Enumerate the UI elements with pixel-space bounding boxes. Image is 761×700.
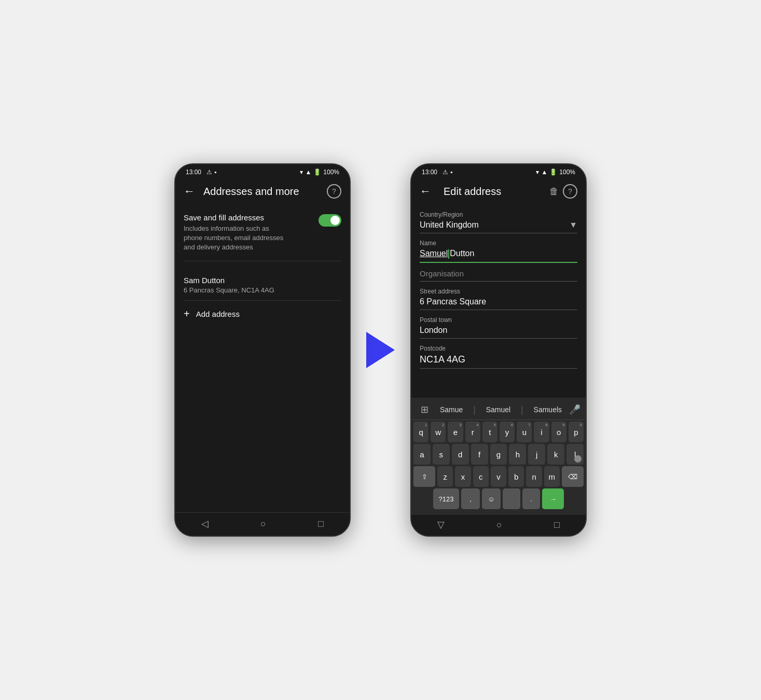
status-time-1: 13:00 xyxy=(186,169,201,176)
transition-arrow xyxy=(366,332,395,368)
divider-1: | xyxy=(473,404,476,415)
key-o[interactable]: 9o xyxy=(551,422,566,442)
postcode-value: NC1A 4AG xyxy=(420,354,465,365)
key-t[interactable]: 5t xyxy=(482,422,497,442)
country-label: Country/Region xyxy=(420,211,577,218)
name-label: Name xyxy=(420,240,577,247)
key-i[interactable]: 8i xyxy=(534,422,549,442)
screen2-header: ← Edit address 🗑 ? xyxy=(411,178,586,205)
key-l[interactable]: l xyxy=(566,444,584,465)
key-k[interactable]: k xyxy=(547,444,564,465)
notch-2 xyxy=(483,164,514,176)
key-x[interactable]: x xyxy=(455,466,471,487)
status-right-2: ▾ ▲ 🔋 100% xyxy=(536,169,575,176)
postal-label: Postal town xyxy=(420,316,577,324)
key-shift[interactable]: ⇧ xyxy=(413,466,435,487)
suggestion-2[interactable]: Samuel xyxy=(482,403,515,416)
save-fill-toggle[interactable] xyxy=(319,214,341,227)
key-enter[interactable]: → xyxy=(542,488,564,509)
mic-icon[interactable]: 🎤 xyxy=(569,404,580,415)
nav-home-button-2[interactable]: ○ xyxy=(496,520,502,530)
battery-icon-2: 🔋 xyxy=(549,169,557,176)
street-field[interactable]: 6 Pancras Square xyxy=(420,297,577,310)
nfc-icon-2: ▪ xyxy=(450,169,452,176)
address-name: Sam Dutton xyxy=(184,276,341,285)
key-symbols[interactable]: ?123 xyxy=(433,488,459,509)
key-emoji[interactable]: ☺ xyxy=(482,488,501,509)
edit-address-form: Country/Region United Kingdom ▼ Name Sam… xyxy=(411,205,586,398)
wifi-icon-2: ▾ xyxy=(536,169,539,176)
key-c[interactable]: c xyxy=(473,466,489,487)
country-field[interactable]: United Kingdom ▼ xyxy=(420,220,577,233)
keyboard-row-4: ?123 , ☺ . → xyxy=(413,488,584,509)
delete-address-button[interactable]: 🗑 xyxy=(549,186,559,197)
nav-back-button-2[interactable]: ▽ xyxy=(437,519,445,530)
help-button-2[interactable]: ? xyxy=(563,184,577,199)
country-value: United Kingdom xyxy=(420,220,479,230)
name-after-cursor: Dutton xyxy=(450,249,474,258)
nav-recents-button[interactable]: □ xyxy=(318,519,324,529)
key-z[interactable]: z xyxy=(437,466,453,487)
key-period[interactable]: . xyxy=(522,488,540,509)
keyboard-row-2: a s d f g h j k l xyxy=(413,444,584,465)
toggle-title: Save and fill addresses xyxy=(184,213,287,222)
key-a[interactable]: a xyxy=(413,444,431,465)
street-label: Street address xyxy=(420,288,577,295)
suggestions-list: Samue | Samuel | Samuels xyxy=(433,403,569,416)
postcode-field[interactable]: NC1A 4AG xyxy=(420,354,577,369)
keyboard-grid-icon[interactable]: ⊞ xyxy=(417,402,433,417)
key-p[interactable]: 0p xyxy=(569,422,584,442)
key-s[interactable]: s xyxy=(433,444,450,465)
key-e[interactable]: 3e xyxy=(448,422,463,442)
signal-icon-2: ⚠ xyxy=(442,169,448,176)
keyboard-row-1: 1q 2w 3e 4r 5t 6y 7u 8i 9o 0p xyxy=(413,422,584,442)
suggestion-1[interactable]: Samue xyxy=(436,403,467,416)
key-f[interactable]: f xyxy=(471,444,488,465)
toggle-text: Save and fill addresses Includes informa… xyxy=(184,213,287,253)
help-button-1[interactable]: ? xyxy=(327,184,341,199)
key-h[interactable]: h xyxy=(509,444,526,465)
phone-2: 13:00 ⚠ ▪ ▾ ▲ 🔋 100% ← Edit address 🗑 ? … xyxy=(410,163,587,537)
key-v[interactable]: v xyxy=(491,466,506,487)
suggestion-3[interactable]: Samuels xyxy=(530,403,566,416)
key-j[interactable]: j xyxy=(528,444,545,465)
battery-percent-2: 100% xyxy=(559,169,575,176)
bottom-nav-2: ▽ ○ □ xyxy=(411,515,586,536)
key-u[interactable]: 7u xyxy=(517,422,532,442)
signal-bars-icon-2: ▲ xyxy=(541,169,547,176)
back-button-1[interactable]: ← xyxy=(184,185,195,198)
status-right: ▾ ▲ 🔋 100% xyxy=(300,169,339,176)
signal-bars-icon: ▲ xyxy=(305,169,311,176)
add-address-button[interactable]: + Add address xyxy=(184,301,341,327)
plus-icon: + xyxy=(184,308,190,320)
keyboard: ⊞ Samue | Samuel | Samuels 🎤 1q 2w 3e 4r… xyxy=(411,398,586,515)
key-m[interactable]: m xyxy=(544,466,560,487)
key-space[interactable] xyxy=(503,488,520,509)
key-q[interactable]: 1q xyxy=(413,422,428,442)
nav-back-button[interactable]: ◁ xyxy=(201,518,209,529)
key-w[interactable]: 2w xyxy=(431,422,446,442)
battery-percent-1: 100% xyxy=(323,169,339,176)
back-button-2[interactable]: ← xyxy=(420,185,431,198)
name-field[interactable]: SamuelDutton xyxy=(420,249,577,263)
key-b[interactable]: b xyxy=(508,466,524,487)
key-y[interactable]: 6y xyxy=(500,422,515,442)
key-r[interactable]: 4r xyxy=(465,422,480,442)
key-delete[interactable]: ⌫ xyxy=(562,466,584,487)
wifi-icon: ▾ xyxy=(300,169,303,176)
notch xyxy=(247,164,278,176)
key-n[interactable]: n xyxy=(526,466,542,487)
nav-home-button[interactable]: ○ xyxy=(260,519,266,529)
page-title-1: Addresses and more xyxy=(203,186,327,198)
key-d[interactable]: d xyxy=(452,444,469,465)
org-field[interactable]: Organisation xyxy=(420,269,577,282)
toggle-desc: Includes information such as phone numbe… xyxy=(184,224,287,253)
key-comma[interactable]: , xyxy=(461,488,480,509)
key-g[interactable]: g xyxy=(490,444,507,465)
address-item[interactable]: Sam Dutton 6 Pancras Square, NC1A 4AG xyxy=(184,270,341,301)
postal-field[interactable]: London xyxy=(420,326,577,339)
postcode-label: Postcode xyxy=(420,345,577,352)
nav-recents-button-2[interactable]: □ xyxy=(554,520,560,530)
save-fill-section: Save and fill addresses Includes informa… xyxy=(184,213,341,261)
keyboard-row-3: ⇧ z x c v b n m ⌫ xyxy=(413,466,584,487)
